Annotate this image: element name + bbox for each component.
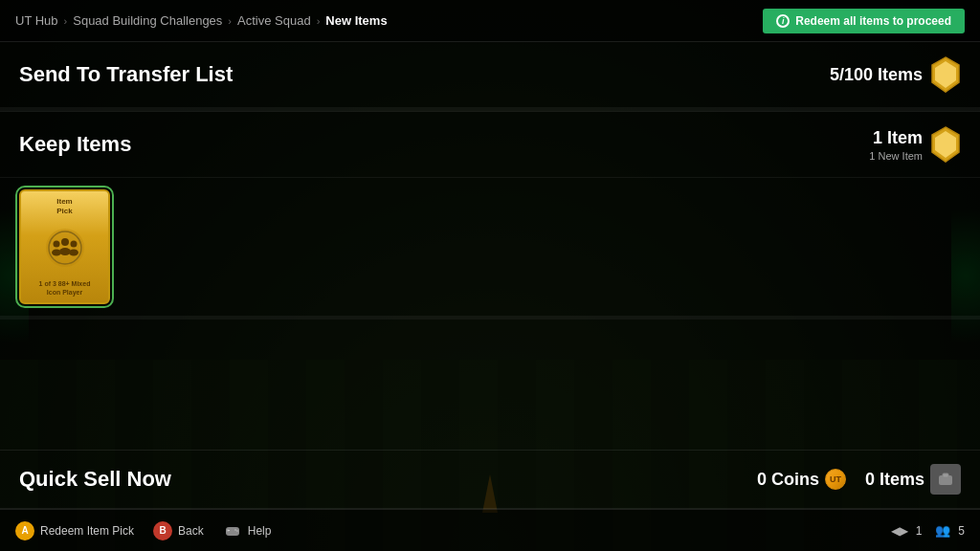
keep-items-count-group: 1 Item 1 New Item [869, 128, 923, 162]
coin-icon: UT [825, 469, 846, 490]
coins-count: 0 Coins [757, 470, 819, 490]
keep-items-section[interactable]: Keep Items 1 Item 1 New Item [0, 112, 980, 451]
send-to-transfer-section[interactable]: Send To Transfer List 5/100 Items [0, 42, 980, 112]
send-to-transfer-count: 5/100 Items [830, 65, 923, 85]
breadcrumb-sep-1: › [64, 15, 68, 27]
bottom-bar: A Redeem Item Pick B Back [0, 509, 980, 551]
svg-rect-16 [227, 529, 228, 531]
b-button[interactable]: B [153, 521, 172, 540]
svg-point-11 [69, 249, 78, 255]
breadcrumb-ut-hub[interactable]: UT Hub [15, 13, 58, 28]
back-label: Back [178, 524, 204, 538]
items-count: 0 Items [865, 470, 924, 490]
breadcrumb-sep-3: › [317, 15, 321, 27]
item-pick-card[interactable]: ItemPick [19, 189, 110, 304]
players-indicator: 👥 5 [935, 523, 965, 538]
svg-point-10 [70, 240, 77, 247]
breadcrumb: UT Hub › Squad Building Challenges › Act… [15, 13, 388, 28]
control-back[interactable]: B Back [153, 521, 204, 540]
content-area: Send To Transfer List 5/100 Items [0, 42, 980, 509]
svg-point-17 [234, 529, 235, 530]
items-badge [930, 464, 961, 495]
svg-point-6 [61, 238, 69, 246]
top-navigation: UT Hub › Squad Building Challenges › Act… [0, 0, 980, 42]
item-card-top-label: ItemPick [56, 197, 72, 215]
send-to-transfer-title: Send To Transfer List [19, 62, 233, 87]
coins-display: 0 Coins UT [757, 469, 846, 490]
info-icon: i [776, 14, 790, 28]
keep-items-new-label: 1 New Item [869, 150, 923, 162]
quick-sell-meta: 0 Coins UT 0 Items [757, 464, 961, 495]
svg-point-18 [236, 530, 237, 531]
page-nav-icon: ◀▶ [891, 524, 908, 538]
players-count: 5 [958, 524, 965, 538]
breadcrumb-sep-2: › [228, 15, 232, 27]
bottom-controls: A Redeem Item Pick B Back [15, 521, 271, 540]
breadcrumb-sbc[interactable]: Squad Building Challenges [73, 13, 222, 28]
bottom-right-info: ◀▶ 1 👥 5 [891, 523, 965, 538]
svg-point-9 [52, 249, 61, 255]
help-icon [223, 521, 242, 540]
page-indicator: ◀▶ 1 [891, 524, 923, 538]
redeem-all-label: Redeem all items to proceed [795, 14, 951, 28]
item-card-description: 1 of 3 88+ MixedIcon Player [39, 279, 91, 297]
keep-items-meta: 1 Item 1 New Item [869, 125, 961, 164]
keep-items-title: Keep Items [19, 132, 131, 157]
keep-gold-badge [930, 125, 961, 164]
svg-rect-13 [943, 474, 948, 477]
quick-sell-section[interactable]: Quick Sell Now 0 Coins UT 0 Items [0, 451, 980, 509]
keep-section-scrollbar [0, 316, 980, 320]
transfer-gold-badge [930, 55, 961, 94]
page-number: 1 [916, 524, 923, 538]
players-icon: 👥 [935, 523, 950, 538]
svg-point-8 [53, 240, 59, 247]
help-label: Help [248, 524, 272, 538]
a-button[interactable]: A [15, 521, 34, 540]
svg-point-7 [59, 248, 71, 255]
keep-items-count: 1 Item [873, 128, 923, 148]
items-count-display: 0 Items [865, 464, 961, 495]
redeem-item-pick-label: Redeem Item Pick [40, 524, 134, 538]
quick-sell-title: Quick Sell Now [19, 467, 171, 492]
breadcrumb-active-squad[interactable]: Active Squad [237, 13, 311, 28]
breadcrumb-new-items: New Items [325, 13, 387, 28]
item-grid: ItemPick [0, 178, 980, 316]
item-card-icon [42, 225, 88, 271]
control-help[interactable]: Help [223, 521, 272, 540]
control-redeem[interactable]: A Redeem Item Pick [15, 521, 134, 540]
send-to-transfer-meta: 5/100 Items [830, 55, 961, 94]
redeem-all-button[interactable]: i Redeem all items to proceed [763, 9, 965, 33]
